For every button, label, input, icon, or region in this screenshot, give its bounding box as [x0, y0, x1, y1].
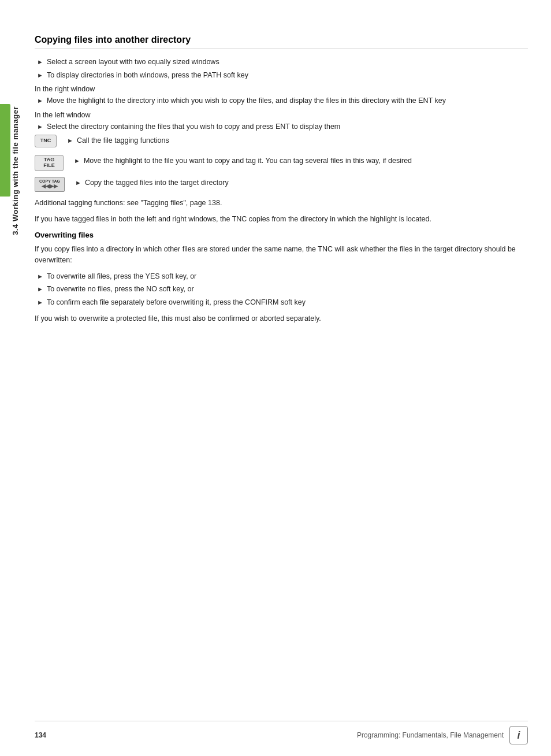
overwrite-bullet-1: ► To overwrite all files, press the YES … [35, 272, 528, 282]
tnc-bullet-arrow: ► [67, 137, 73, 144]
footer-right: Programming: Fundamentals, File Manageme… [357, 726, 528, 744]
tag-bullet-text: Move the highlight to the file you want … [84, 156, 412, 166]
main-content: Copying files into another directory ► S… [35, 35, 528, 710]
tag-bullet: ► Move the highlight to the file you wan… [72, 156, 412, 166]
protected-file-note: If you wish to overwrite a protected fil… [35, 313, 528, 324]
tag-bullet-arrow: ► [74, 157, 80, 164]
bullet-arrow-lw: ► [37, 123, 43, 130]
tag-key-label-bot: FILE [43, 163, 55, 169]
bullet-arrow-rw: ► [37, 97, 43, 104]
key-row-tnc: TNC ► Call the file tagging functions [35, 135, 528, 149]
copy-arrows-icon: ◀◀▶▶ [42, 183, 58, 189]
key-row-copy: COPY TAG ◀◀▶▶ ► Copy the tagged files in… [35, 177, 528, 192]
right-window-bullet: ► Move the highlight to the directory in… [35, 96, 528, 106]
overwrite-bullet-arrow-3: ► [37, 299, 43, 306]
overwrite-bullet-arrow-2: ► [37, 286, 43, 292]
bullet-text-1: Select a screen layout with two equally … [47, 57, 219, 68]
section-title: Copying files into another directory [35, 35, 528, 49]
footer-title: Programming: Fundamentals, File Manageme… [357, 731, 504, 739]
overwrite-bullet-2: ► To overwrite no files, press the NO so… [35, 284, 528, 295]
left-window-bullet: ► Select the directory containing the fi… [35, 122, 528, 132]
sidebar: 3.4 Working with the file manager [0, 0, 30, 756]
tnc-key-content: ► Call the file tagging functions [65, 135, 169, 149]
bullet-arrow-2: ► [37, 72, 43, 79]
overwrite-bullet-3: ► To confirm each file separately before… [35, 298, 528, 308]
overwriting-files-heading: Overwriting files [35, 231, 528, 239]
copy-tag-key-button: COPY TAG ◀◀▶▶ [35, 177, 65, 192]
left-window-label: In the left window [35, 111, 528, 119]
bullet-item-2: ► To display directories in both windows… [35, 71, 528, 81]
bullet-item-1: ► Select a screen layout with two equall… [35, 57, 528, 68]
sidebar-chapter-label: 3.4 Working with the file manager [0, 69, 30, 272]
bullet-text-lw: Select the directory containing the file… [47, 122, 340, 132]
tag-file-key-button: TAG FILE [35, 155, 64, 171]
overwriting-intro: If you copy files into a directory in wh… [35, 244, 528, 266]
tnc-bullet: ► Call the file tagging functions [65, 136, 169, 146]
bullet-text-rw: Move the highlight to the directory into… [47, 96, 446, 106]
copy-bullet-arrow: ► [75, 179, 81, 186]
overwrite-bullet-text-1: To overwrite all files, press the YES so… [47, 272, 196, 282]
tnc-bullet-text: Call the file tagging functions [77, 136, 169, 146]
page-number: 134 [35, 731, 46, 739]
tag-key-content: ► Move the highlight to the file you wan… [72, 155, 412, 169]
overwrite-bullet-arrow-1: ► [37, 273, 43, 280]
copy-tag-label: COPY TAG [39, 179, 60, 183]
tagged-files-note: If you have tagged files in both the lef… [35, 214, 528, 225]
additional-tagging-note: Additional tagging functions: see "Taggi… [35, 198, 528, 209]
copy-bullet: ► Copy the tagged files into the target … [73, 178, 229, 188]
key-row-tag: TAG FILE ► Move the highlight to the fil… [35, 155, 528, 171]
copy-bullet-text: Copy the tagged files into the target di… [85, 178, 229, 188]
bullet-text-2: To display directories in both windows, … [47, 71, 248, 81]
tnc-key-button: TNC [35, 135, 57, 147]
info-icon: i [509, 726, 528, 744]
page-footer: 134 Programming: Fundamentals, File Mana… [35, 721, 528, 744]
page-container: 3.4 Working with the file manager Copyin… [0, 0, 551, 756]
copy-key-content: ► Copy the tagged files into the target … [73, 177, 229, 191]
overwrite-bullet-text-3: To confirm each file separately before o… [47, 298, 306, 308]
overwrite-bullet-text-2: To overwrite no files, press the NO soft… [47, 284, 194, 295]
bullet-arrow-1: ► [37, 58, 43, 65]
right-window-label: In the right window [35, 85, 528, 93]
